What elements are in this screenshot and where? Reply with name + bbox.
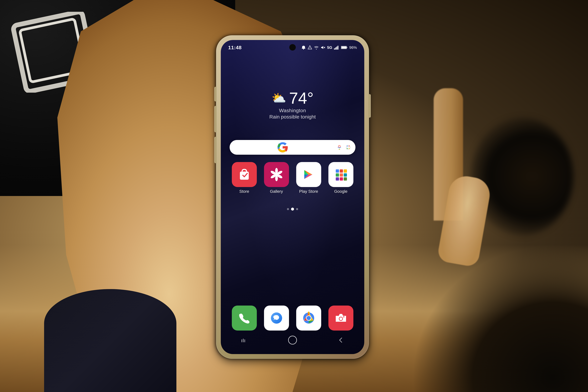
navigation-bar bbox=[221, 332, 364, 348]
app-item-google[interactable]: Google bbox=[326, 162, 355, 194]
svg-rect-25 bbox=[336, 170, 339, 172]
svg-rect-31 bbox=[336, 177, 339, 180]
store-label: Store bbox=[239, 189, 249, 194]
weather-icon: ⛅ bbox=[271, 91, 286, 105]
google-g-logo bbox=[234, 140, 332, 155]
weather-top: ⛅ 74° bbox=[269, 90, 316, 106]
status-time: 11:48 bbox=[228, 45, 242, 50]
dock-camera[interactable] bbox=[326, 306, 355, 330]
playstore-icon bbox=[296, 162, 321, 187]
weather-description: Rain possible tonight bbox=[269, 114, 316, 120]
gallery-label: Gallery bbox=[270, 189, 283, 194]
gallery-icon bbox=[264, 162, 289, 187]
page-dots bbox=[287, 208, 298, 210]
google-label: Google bbox=[334, 189, 347, 194]
messages-icon bbox=[264, 306, 289, 330]
store-icon bbox=[232, 162, 257, 187]
phone-body: 11:48 ! bbox=[216, 35, 369, 359]
app-item-store[interactable]: Store bbox=[230, 162, 259, 194]
google-mic-icon[interactable] bbox=[336, 144, 343, 151]
volume-icon bbox=[321, 45, 325, 50]
svg-point-44 bbox=[339, 317, 342, 320]
camera-icon bbox=[328, 306, 353, 330]
svg-rect-27 bbox=[344, 170, 347, 172]
dock-phone[interactable] bbox=[230, 306, 259, 330]
svg-rect-30 bbox=[344, 173, 347, 176]
home-button[interactable] bbox=[287, 334, 298, 346]
chrome-icon bbox=[296, 306, 321, 330]
svg-rect-48 bbox=[244, 339, 245, 342]
network-type: 5G bbox=[327, 45, 332, 50]
dock-chrome[interactable] bbox=[294, 306, 323, 330]
battery-icon bbox=[341, 46, 348, 49]
svg-rect-12 bbox=[341, 46, 346, 48]
svg-point-2 bbox=[303, 49, 304, 50]
svg-rect-11 bbox=[347, 47, 347, 48]
google-lens-icon[interactable] bbox=[345, 144, 351, 151]
svg-rect-9 bbox=[338, 46, 338, 50]
app-grid: Store bbox=[230, 162, 355, 194]
svg-rect-26 bbox=[340, 170, 343, 172]
weather-location: Washington bbox=[269, 108, 316, 113]
phone-screen[interactable]: 11:48 ! bbox=[221, 40, 364, 354]
recent-apps-button[interactable] bbox=[239, 334, 251, 346]
alert-icon: ! bbox=[308, 45, 312, 50]
bg-dark-bottomright bbox=[412, 245, 588, 392]
svg-rect-47 bbox=[243, 339, 244, 342]
signal-icon bbox=[334, 46, 339, 50]
phone-wrapper: 11:48 ! bbox=[176, 7, 409, 387]
svg-point-13 bbox=[338, 146, 340, 147]
weather-temperature: 74° bbox=[289, 90, 314, 106]
page-dot-2[interactable] bbox=[291, 208, 294, 210]
phone-call-icon bbox=[232, 306, 257, 330]
notification-icon bbox=[301, 45, 306, 50]
weather-widget[interactable]: ⛅ 74° Washington Rain possible tonight bbox=[269, 90, 316, 120]
dock-messages[interactable] bbox=[262, 306, 291, 330]
svg-rect-7 bbox=[335, 48, 336, 50]
svg-rect-33 bbox=[344, 177, 347, 180]
google-icon bbox=[328, 162, 353, 187]
svg-rect-28 bbox=[336, 173, 339, 176]
svg-rect-29 bbox=[340, 173, 343, 176]
svg-point-45 bbox=[343, 316, 344, 318]
power-button[interactable] bbox=[369, 94, 371, 118]
dock bbox=[230, 306, 355, 330]
svg-text:!: ! bbox=[310, 47, 310, 49]
svg-rect-32 bbox=[340, 177, 343, 180]
svg-rect-6 bbox=[334, 48, 335, 50]
google-search-bar[interactable] bbox=[230, 140, 355, 155]
app-item-playstore[interactable]: Play Store bbox=[294, 162, 323, 194]
bixby-button[interactable] bbox=[214, 137, 216, 163]
battery-percent: 96% bbox=[349, 45, 357, 50]
svg-rect-17 bbox=[240, 172, 249, 180]
playstore-label: Play Store bbox=[299, 189, 318, 194]
page-dot-1[interactable] bbox=[287, 208, 289, 210]
status-right-icons: ! bbox=[301, 45, 357, 50]
volume-down-button[interactable] bbox=[214, 106, 216, 132]
svg-point-42 bbox=[307, 316, 311, 320]
wifi-icon bbox=[314, 46, 319, 50]
scene: 11:48 ! bbox=[0, 0, 588, 392]
svg-point-49 bbox=[288, 336, 297, 344]
svg-rect-8 bbox=[336, 46, 337, 50]
status-bar: 11:48 ! bbox=[221, 40, 364, 53]
volume-up-button[interactable] bbox=[214, 87, 216, 102]
page-dot-3[interactable] bbox=[296, 208, 298, 210]
back-button[interactable] bbox=[334, 334, 346, 346]
svg-rect-46 bbox=[241, 339, 242, 342]
app-item-gallery[interactable]: Gallery bbox=[262, 162, 291, 194]
jacket-sleeve bbox=[44, 289, 176, 392]
